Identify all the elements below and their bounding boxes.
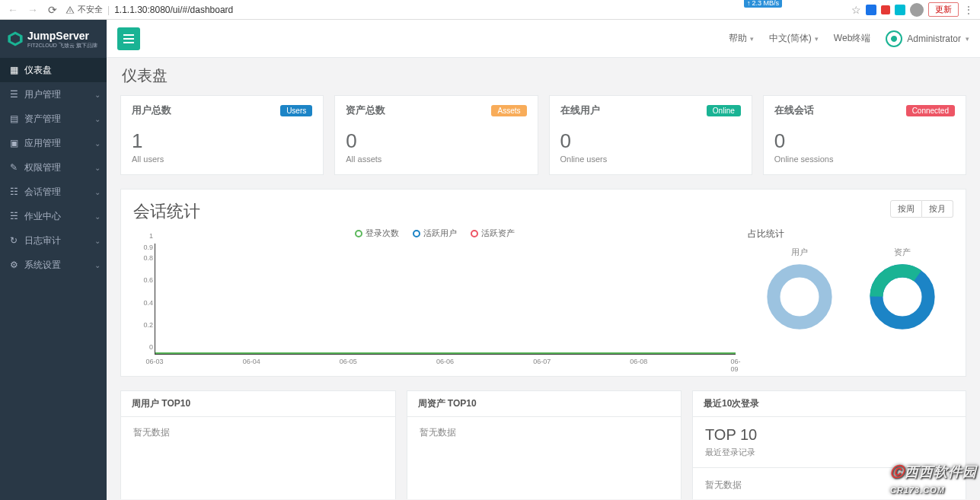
sidebar-item-8[interactable]: ⚙系统设置⌄: [0, 253, 107, 277]
card-title: 在线会话: [774, 104, 814, 117]
stat-cards-row: 用户总数Users1All users资产总数Assets0All assets…: [120, 95, 966, 175]
browser-chrome: ← → ⟳ 不安全 | 1.1.1.30:8080/ui/#/dashboard…: [0, 0, 980, 20]
x-tick: 06-09: [730, 358, 740, 373]
chevron-down-icon: ⌄: [94, 212, 101, 221]
topbar: 帮助▾ 中文(简体)▾ Web终端 Administrator ▾: [107, 20, 980, 58]
donut-asset-label: 资产: [868, 247, 937, 258]
period-buttons: 按周 按月: [890, 200, 953, 218]
forward-icon[interactable]: →: [26, 3, 40, 17]
menu-icon: ✎: [8, 162, 20, 173]
menu-icon: ⚙: [8, 260, 20, 270]
card-badge: Online: [707, 105, 741, 116]
menu-label: 会话管理: [24, 186, 61, 199]
chevron-down-icon: ⌄: [94, 91, 101, 99]
card-value: 0: [346, 129, 526, 153]
menu-icon: ☵: [8, 211, 20, 221]
menu-label: 权限管理: [24, 161, 61, 174]
donut-user-label: 用户: [765, 247, 834, 258]
menu-icon: ▣: [8, 138, 20, 148]
chevron-down-icon: ▾: [966, 35, 969, 43]
menu-icon: ↻: [8, 235, 20, 246]
session-stats-panel: 会话统计 按周 按月 登录次数 活跃用户 活跃资产 00.2: [120, 189, 966, 377]
reload-icon[interactable]: ⟳: [46, 3, 59, 17]
sidebar-menu: ▦仪表盘☰用户管理⌄▤资产管理⌄▣应用管理⌄✎权限管理⌄☷会话管理⌄☵作业中心⌄…: [0, 58, 107, 500]
card-value: 1: [132, 129, 312, 153]
user-menu[interactable]: Administrator ▾: [886, 30, 969, 47]
top10-title: TOP 10: [705, 426, 953, 444]
line-chart: 登录次数 活跃用户 活跃资产 00.20.40.60.80.91 06-0306…: [133, 228, 736, 365]
sidebar-item-4[interactable]: ✎权限管理⌄: [0, 155, 107, 180]
card-value: 0: [560, 129, 741, 153]
profile-avatar[interactable]: [910, 3, 924, 17]
y-tick: 0.4: [135, 299, 153, 307]
menu-label: 资产管理: [24, 113, 61, 126]
chart-legend: 登录次数 活跃用户 活跃资产: [133, 228, 736, 239]
not-secure-indicator[interactable]: 不安全: [65, 4, 103, 15]
user-avatar-icon: [886, 30, 902, 47]
panel-title: 最近10次登录: [693, 391, 966, 417]
card-badge: Assets: [491, 105, 526, 116]
card-title: 资产总数: [346, 104, 385, 117]
sidebar: JumpServer FIT2CLOUD 飞致云 旗下品牌 ▦仪表盘☰用户管理⌄…: [0, 20, 107, 500]
legend-item[interactable]: 活跃资产: [471, 228, 515, 239]
chevron-down-icon: ⌄: [94, 115, 101, 123]
stat-card: 在线会话Connected0Online sessions: [763, 95, 966, 175]
logo-name: JumpServer: [27, 30, 97, 41]
lang-select[interactable]: 中文(简体)▾: [769, 32, 819, 45]
session-stats-title: 会话统计: [133, 200, 200, 223]
x-tick: 06-06: [436, 358, 454, 365]
panel-title: 周用户 TOP10: [121, 391, 395, 417]
svg-point-7: [884, 279, 920, 314]
chart-series-line: [155, 352, 736, 354]
panel-week-users: 周用户 TOP10 暂无数据: [120, 390, 396, 499]
extension-icon-2[interactable]: [881, 5, 890, 14]
empty-text: 暂无数据: [121, 417, 395, 448]
back-icon[interactable]: ←: [6, 3, 20, 17]
web-terminal-link[interactable]: Web终端: [834, 32, 870, 45]
extension-icon-1[interactable]: [866, 5, 876, 15]
sidebar-item-3[interactable]: ▣应用管理⌄: [0, 131, 107, 155]
update-button[interactable]: 更新: [928, 2, 959, 17]
user-name: Administrator: [907, 33, 961, 44]
menu-label: 应用管理: [24, 137, 61, 150]
page-title: 仪表盘: [107, 58, 980, 89]
card-badge: Users: [280, 105, 312, 116]
btn-week[interactable]: 按周: [890, 200, 922, 218]
menu-label: 系统设置: [24, 259, 61, 272]
empty-text: 暂无数据: [407, 417, 682, 448]
legend-item[interactable]: 活跃用户: [413, 228, 457, 239]
menu-label: 用户管理: [24, 88, 61, 101]
card-title: 用户总数: [132, 104, 171, 117]
menu-label: 作业中心: [24, 210, 61, 223]
x-tick: 06-04: [243, 358, 260, 365]
donut-users: [765, 263, 834, 331]
y-tick: 0.8: [135, 254, 153, 262]
address-bar[interactable]: 1.1.1.30:8080/ui/#/dashboard: [114, 5, 233, 15]
y-tick: 0: [135, 343, 153, 351]
sidebar-item-6[interactable]: ☵作业中心⌄: [0, 204, 107, 228]
chevron-down-icon: ▾: [750, 35, 754, 43]
ratio-title: 占比统计: [748, 228, 953, 240]
sidebar-item-5[interactable]: ☷会话管理⌄: [0, 180, 107, 204]
logo-icon: [6, 30, 24, 48]
hamburger-icon: [123, 34, 134, 43]
y-tick: 1: [135, 232, 153, 240]
sidebar-item-2[interactable]: ▤资产管理⌄: [0, 107, 107, 131]
logo[interactable]: JumpServer FIT2CLOUD 飞致云 旗下品牌: [0, 20, 107, 58]
more-icon[interactable]: ⋮: [963, 4, 974, 16]
svg-point-4: [781, 279, 817, 314]
sidebar-toggle[interactable]: [117, 27, 140, 50]
y-tick: 0.6: [135, 276, 153, 284]
sidebar-item-1[interactable]: ☰用户管理⌄: [0, 82, 107, 107]
legend-item[interactable]: 登录次数: [355, 228, 399, 239]
help-link[interactable]: 帮助▾: [729, 32, 754, 45]
stat-card: 在线用户Online0Online users: [549, 95, 752, 175]
sidebar-item-0[interactable]: ▦仪表盘: [0, 58, 107, 82]
menu-icon: ▦: [8, 65, 20, 75]
extension-icon-3[interactable]: [895, 5, 905, 15]
bookmark-icon[interactable]: ☆: [851, 4, 861, 16]
sidebar-item-7[interactable]: ↻日志审计⌄: [0, 228, 107, 253]
menu-icon: ▤: [8, 113, 20, 124]
btn-month[interactable]: 按月: [922, 200, 953, 218]
x-tick: 06-03: [145, 358, 163, 365]
